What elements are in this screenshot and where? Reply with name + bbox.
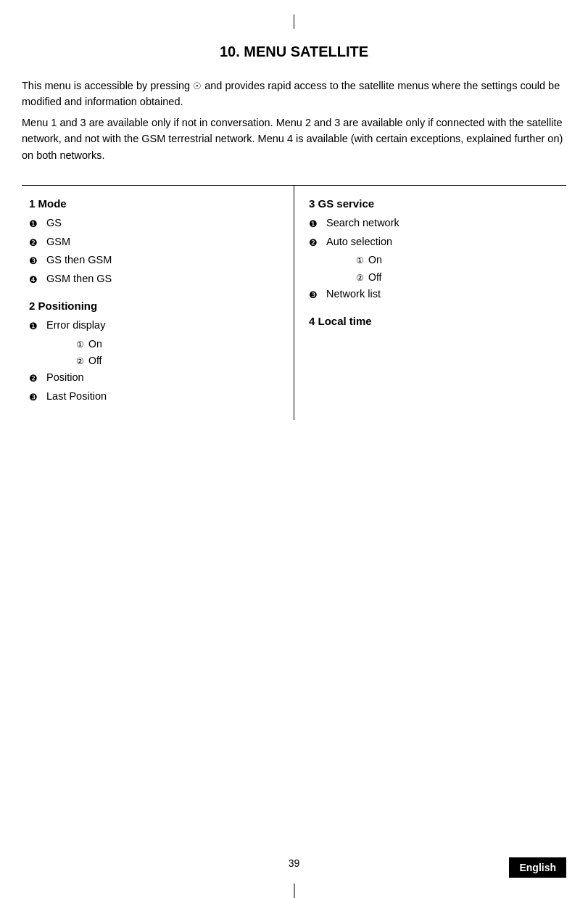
gs-service-network-list: ❸ Network list: [309, 288, 559, 302]
auto-off-label: Off: [368, 271, 381, 283]
mode-item-gs-then-gsm: ❸ GS then GSM: [29, 254, 279, 268]
position-label: Position: [46, 371, 84, 383]
error-on-label: On: [88, 338, 102, 350]
page-container: 10. MENU SATELLITE This menu is accessib…: [0, 0, 588, 898]
right-column: 3 GS service ❶ Search network ❷ Auto sel…: [294, 186, 566, 420]
top-line: [294, 15, 294, 29]
search-network-label: Search network: [326, 217, 399, 228]
language-badge: English: [509, 857, 566, 878]
gs-bullet-3: ❸: [309, 288, 322, 302]
auto-selection-on: ① On: [309, 254, 559, 268]
auto-circle-1: ①: [356, 254, 364, 268]
bullet-2: ❷: [29, 236, 42, 250]
circle-1: ①: [76, 338, 84, 352]
mode-item-gs: ❶ GS: [29, 217, 279, 231]
error-off-label: Off: [88, 355, 102, 366]
bullet-1: ❶: [29, 217, 42, 231]
auto-on-label: On: [368, 254, 382, 265]
auto-selection-off: ② Off: [309, 271, 559, 285]
section3-header: 3 GS service: [309, 197, 559, 210]
error-display-label: Error display: [46, 319, 105, 331]
gs-bullet-2: ❷: [309, 236, 322, 250]
bottom-line: [294, 883, 294, 898]
page-title: 10. MENU SATELLITE: [22, 44, 566, 60]
section2-header: 2 Positioning: [29, 300, 279, 312]
gs-service-auto-selection: ❷ Auto selection: [309, 236, 559, 250]
error-display-off: ② Off: [29, 355, 279, 368]
positioning-item-position: ❷ Position: [29, 371, 279, 386]
positioning-bullet-1: ❶: [29, 319, 42, 334]
bullet-3: ❸: [29, 254, 42, 268]
positioning-item-last-position: ❸ Last Position: [29, 390, 279, 405]
mode-gs-then-gsm-label: GS then GSM: [46, 254, 112, 265]
positioning-item-error-display: ❶ Error display: [29, 319, 279, 334]
network-list-label: Network list: [326, 288, 381, 300]
positioning-bullet-2: ❷: [29, 371, 42, 386]
auto-circle-2: ②: [356, 271, 364, 285]
mode-gsm-then-gs-label: GSM then GS: [46, 273, 112, 284]
intro-line1: This menu is accessible by pressing ☉ an…: [22, 78, 566, 110]
gs-service-search-network: ❶ Search network: [309, 217, 559, 231]
page-number: 39: [289, 857, 300, 869]
intro-text: This menu is accessible by pressing ☉ an…: [22, 78, 566, 163]
mode-item-gsm-then-gs: ❹ GSM then GS: [29, 273, 279, 287]
gs-bullet-1: ❶: [309, 217, 322, 231]
mode-item-gsm: ❷ GSM: [29, 236, 279, 250]
section1-header: 1 Mode: [29, 197, 279, 210]
main-content: 1 Mode ❶ GS ❷ GSM ❸ GS then GSM ❹ GSM th…: [22, 185, 566, 420]
section4-header: 4 Local time: [309, 315, 559, 327]
bullet-4: ❹: [29, 273, 42, 287]
last-position-label: Last Position: [46, 390, 107, 402]
intro-line2: Menu 1 and 3 are available only if not i…: [22, 115, 566, 163]
left-column: 1 Mode ❶ GS ❷ GSM ❸ GS then GSM ❹ GSM th…: [22, 186, 294, 420]
positioning-bullet-3: ❸: [29, 390, 42, 405]
circle-2: ②: [76, 355, 84, 368]
error-display-on: ① On: [29, 338, 279, 352]
auto-selection-label: Auto selection: [326, 236, 392, 247]
mode-gs-label: GS: [46, 217, 62, 228]
mode-gsm-label: GSM: [46, 236, 70, 247]
